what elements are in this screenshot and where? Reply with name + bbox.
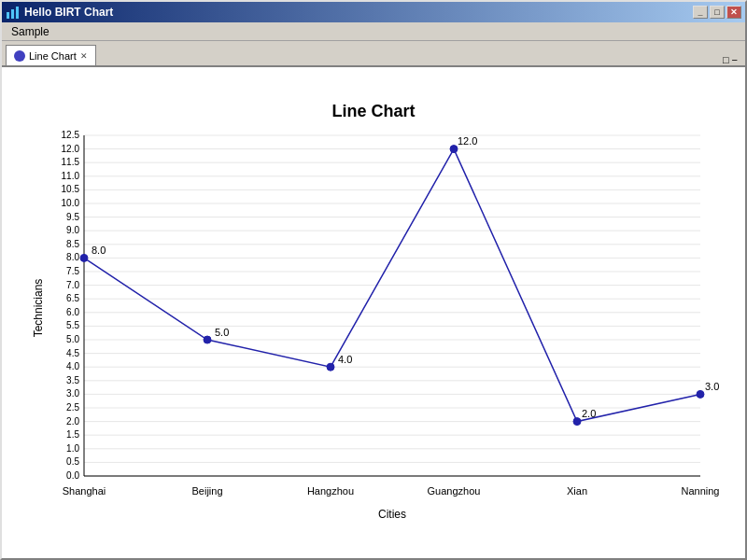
svg-text:9.0: 9.0 xyxy=(66,225,79,235)
point-guangzhou xyxy=(450,146,458,153)
x-label-xian: Xian xyxy=(567,485,587,497)
svg-text:2.0: 2.0 xyxy=(66,416,79,427)
y-axis-labels: 0.0 0.5 1.0 1.5 2.0 2.5 3.0 3.5 4.0 4.5 … xyxy=(62,130,80,481)
svg-text:3.0: 3.0 xyxy=(66,388,79,399)
title-buttons: _ □ ✕ xyxy=(693,6,741,19)
svg-text:2.5: 2.5 xyxy=(66,402,79,413)
tab-close-button[interactable]: ✕ xyxy=(80,51,88,61)
svg-text:12.5: 12.5 xyxy=(62,130,80,140)
data-labels: 8.0 5.0 4.0 12.0 2.0 3.0 xyxy=(92,135,719,419)
main-window: Hello BIRT Chart _ □ ✕ Sample Line Chart… xyxy=(0,0,747,560)
label-hangzhou: 4.0 xyxy=(338,354,352,365)
svg-rect-2 xyxy=(16,7,19,19)
tab-restore-button[interactable]: □ − xyxy=(719,54,741,65)
svg-text:12.0: 12.0 xyxy=(62,144,80,154)
svg-text:8.5: 8.5 xyxy=(66,239,79,249)
content-area: Line Chart xyxy=(2,67,745,558)
svg-text:0.5: 0.5 xyxy=(66,456,79,467)
svg-text:4.0: 4.0 xyxy=(66,361,79,371)
svg-text:6.5: 6.5 xyxy=(66,293,79,303)
x-label-hangzhou: Hangzhou xyxy=(307,485,354,497)
label-xian: 2.0 xyxy=(582,408,596,419)
x-label-shanghai: Shanghai xyxy=(63,485,106,497)
point-beijing xyxy=(204,336,211,343)
svg-text:11.0: 11.0 xyxy=(62,171,80,181)
title-bar: Hello BIRT Chart _ □ ✕ xyxy=(2,2,745,22)
tab-bar: Line Chart ✕ □ − xyxy=(2,41,745,67)
restore-button[interactable]: □ xyxy=(710,6,725,19)
svg-text:5.0: 5.0 xyxy=(66,334,79,344)
svg-text:7.0: 7.0 xyxy=(66,280,79,290)
tab-icon xyxy=(14,50,25,62)
label-shanghai: 8.0 xyxy=(92,245,106,256)
label-nanning: 3.0 xyxy=(705,381,719,392)
chart-title: Line Chart xyxy=(331,102,415,120)
x-axis-labels: Shanghai Beijing Hangzhou Guangzhou Xian… xyxy=(63,485,719,497)
svg-text:1.0: 1.0 xyxy=(66,443,79,454)
app-icon xyxy=(6,5,21,20)
x-label-nanning: Nanning xyxy=(682,485,719,497)
menu-item-sample[interactable]: Sample xyxy=(6,24,55,39)
label-guangzhou: 12.0 xyxy=(458,135,477,147)
x-axis-label: Cities xyxy=(378,508,406,521)
grid-lines xyxy=(84,135,700,476)
svg-text:5.5: 5.5 xyxy=(66,320,79,330)
svg-text:10.5: 10.5 xyxy=(62,184,80,194)
title-bar-left: Hello BIRT Chart xyxy=(6,5,113,20)
point-xian xyxy=(573,418,581,426)
point-hangzhou xyxy=(327,363,334,371)
point-shanghai xyxy=(80,254,88,261)
tab-label: Line Chart xyxy=(29,50,77,62)
tab-line-chart[interactable]: Line Chart ✕ xyxy=(6,45,96,65)
x-label-beijing: Beijing xyxy=(191,485,222,497)
svg-text:7.5: 7.5 xyxy=(66,266,79,276)
svg-text:1.5: 1.5 xyxy=(66,429,79,440)
close-button[interactable]: ✕ xyxy=(726,6,741,19)
y-axis-label: Technicians xyxy=(32,279,45,338)
menu-bar: Sample xyxy=(2,22,745,41)
svg-rect-1 xyxy=(11,9,14,19)
svg-text:4.5: 4.5 xyxy=(66,348,79,358)
line-chart: Line Chart xyxy=(28,84,719,541)
svg-rect-0 xyxy=(7,12,9,19)
x-label-guangzhou: Guangzhou xyxy=(428,485,481,497)
svg-text:10.0: 10.0 xyxy=(62,198,80,208)
svg-text:9.5: 9.5 xyxy=(66,212,79,222)
svg-text:6.0: 6.0 xyxy=(66,307,79,317)
svg-text:0.0: 0.0 xyxy=(66,470,79,481)
svg-text:11.5: 11.5 xyxy=(62,157,80,167)
window-title: Hello BIRT Chart xyxy=(24,6,113,19)
svg-text:3.5: 3.5 xyxy=(66,375,79,385)
svg-text:8.0: 8.0 xyxy=(66,252,79,262)
chart-container: Line Chart xyxy=(2,67,745,558)
minimize-button[interactable]: _ xyxy=(693,6,708,19)
point-nanning xyxy=(697,390,704,398)
label-beijing: 5.0 xyxy=(215,327,229,338)
